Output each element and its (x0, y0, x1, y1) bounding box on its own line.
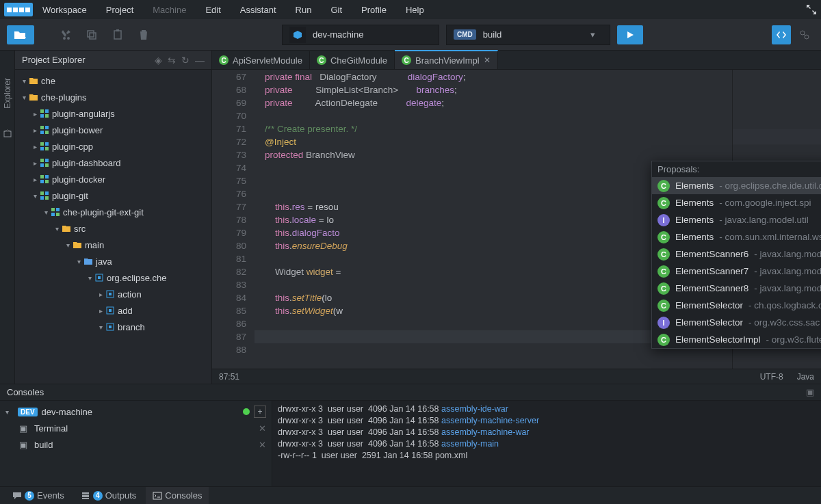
proposal-item[interactable]: IElementSelector - org.w3c.css.sac (652, 314, 821, 331)
svg-rect-19 (40, 159, 44, 162)
explorer-title: Project Explorer (22, 55, 149, 65)
tree-item[interactable]: ▾che-plugins (15, 89, 211, 105)
tree-item[interactable]: ▾java (15, 253, 211, 269)
editor-tab[interactable]: CApiServletModule (212, 51, 310, 69)
delete-icon[interactable] (134, 25, 153, 44)
menu-assistant[interactable]: Assistant (231, 5, 286, 15)
editor-tab[interactable]: CBranchViewImpl✕ (395, 50, 498, 69)
svg-rect-23 (40, 175, 44, 178)
bottom-tab-consoles[interactable]: Consoles (146, 487, 209, 505)
proposal-item[interactable]: CElements - com.google.inject.spi (652, 194, 821, 211)
console-output[interactable]: drwxr-xr-x 3 user user 4096 Jan 14 16:58… (272, 401, 821, 486)
close-tab-icon[interactable]: ✕ (484, 55, 491, 65)
close-console-icon[interactable]: ✕ (259, 423, 266, 434)
proposal-item[interactable]: IElements - javax.lang.model.util (652, 211, 821, 228)
proposal-item[interactable]: CElements - org.eclipse.che.ide.util.dom (652, 177, 821, 194)
svg-rect-20 (45, 159, 49, 162)
svg-rect-28 (45, 191, 49, 195)
svg-rect-17 (40, 147, 44, 150)
tree-item[interactable]: ▾main (15, 237, 211, 253)
refresh-icon[interactable]: ↻ (181, 55, 190, 66)
link-editor-icon[interactable]: ◈ (155, 55, 162, 66)
close-console-icon[interactable]: ✕ (259, 440, 266, 450)
tree-item[interactable]: ▾src (15, 220, 211, 237)
tree-item[interactable]: ▸add (15, 302, 211, 319)
menu-workspace[interactable]: Workspace (33, 5, 96, 15)
consoles-tree[interactable]: ▾DEVdev-machine+▣Terminal✕▣build✕ (0, 401, 272, 486)
run-button[interactable] (617, 25, 643, 44)
cursor-position: 87:51 (219, 372, 239, 382)
menu-git[interactable]: Git (321, 5, 352, 15)
machine-label: dev-machine (313, 29, 363, 40)
command-selector[interactable]: CMD build ▾ (446, 25, 610, 45)
proposal-item[interactable]: CElements - com.sun.xml.internal.ws.deve… (652, 228, 821, 246)
menu-profile[interactable]: Profile (352, 5, 396, 15)
tree-item[interactable]: ▸plugin-docker (15, 171, 211, 187)
minimize-icon[interactable]: — (195, 55, 205, 66)
svg-rect-7 (40, 109, 44, 113)
svg-rect-24 (45, 175, 49, 178)
rail-explorer-label[interactable]: Explorer (3, 78, 12, 109)
console-tree-item[interactable]: ▣build✕ (0, 436, 272, 453)
editor-tab[interactable]: CCheGitModule (310, 51, 395, 69)
menu-edit[interactable]: Edit (196, 5, 230, 15)
svg-rect-44 (82, 495, 89, 497)
add-console-icon[interactable]: + (254, 406, 266, 418)
tree-item[interactable]: ▾plugin-git (15, 187, 211, 204)
new-file-button[interactable] (7, 25, 34, 44)
paste-icon[interactable] (108, 25, 127, 44)
tree-item[interactable]: ▸action (15, 286, 211, 302)
svg-rect-43 (82, 492, 89, 494)
app-logo[interactable] (4, 3, 33, 16)
proposal-item[interactable]: CElementSelectorImpl - org.w3c.flute.par… (652, 331, 821, 348)
project-tree[interactable]: ▾che▾che-plugins▸plugin-angularjs▸plugin… (15, 70, 211, 384)
tree-item[interactable]: ▾che-plugin-git-ext-git (15, 204, 211, 220)
machine-selector[interactable]: dev-machine (282, 25, 439, 45)
cube-icon (289, 27, 306, 43)
proposal-item[interactable]: CElementScanner7 - javax.lang.model.util (652, 263, 821, 280)
cut-icon[interactable] (56, 25, 75, 44)
perspective-ops-button[interactable] (795, 25, 814, 44)
bottom-tab-events[interactable]: 5Events (5, 487, 71, 505)
copy-icon[interactable] (82, 25, 101, 44)
console-tree-item[interactable]: ▾DEVdev-machine+ (0, 403, 272, 420)
console-tree-item[interactable]: ▣Terminal✕ (0, 420, 272, 436)
menu-machine[interactable]: Machine (143, 5, 196, 15)
left-rail: Explorer (0, 51, 15, 384)
svg-rect-45 (82, 498, 89, 499)
svg-rect-22 (45, 163, 49, 167)
svg-rect-8 (45, 109, 49, 113)
tree-item[interactable]: ▾che (15, 72, 211, 89)
tree-item[interactable]: ▾org.eclipse.che (15, 269, 211, 286)
svg-rect-26 (45, 180, 49, 183)
tree-item[interactable]: ▾branch (15, 319, 211, 335)
tree-item[interactable]: ▸plugin-angularjs (15, 105, 211, 122)
svg-rect-3 (116, 29, 119, 31)
rail-icon[interactable] (3, 129, 12, 137)
consoles-toggle-icon[interactable]: ▣ (806, 387, 814, 397)
svg-rect-27 (40, 191, 44, 195)
svg-rect-11 (40, 126, 44, 129)
menu-run[interactable]: Run (286, 5, 322, 15)
proposal-item[interactable]: CElementScanner6 - javax.lang.model.util (652, 246, 821, 263)
toolbar: dev-machine CMD build ▾ (0, 19, 821, 51)
svg-rect-12 (45, 126, 49, 129)
bottom-tab-outputs[interactable]: 4Outputs (74, 487, 144, 505)
svg-rect-10 (45, 114, 49, 118)
project-explorer: Project Explorer ◈ ⇆ ↻ — ▾che▾che-plugin… (15, 51, 212, 384)
fullscreen-icon[interactable] (806, 4, 817, 15)
menu-project[interactable]: Project (96, 5, 143, 15)
code-completion-popup[interactable]: Proposals: CElements - org.eclipse.che.i… (651, 161, 821, 349)
file-encoding: UTF-8 (760, 372, 783, 382)
code-editor[interactable]: 6768697071727374757677787980818283848586… (212, 70, 821, 369)
collapse-icon[interactable]: ⇆ (168, 55, 176, 66)
svg-rect-30 (45, 196, 49, 200)
tree-item[interactable]: ▸plugin-bower (15, 122, 211, 138)
tree-item[interactable]: ▸plugin-dashboard (15, 155, 211, 171)
explorer-header: Project Explorer ◈ ⇆ ↻ — (15, 51, 211, 70)
tree-item[interactable]: ▸plugin-cpp (15, 138, 211, 155)
proposal-item[interactable]: CElementSelector - ch.qos.logback.core.j… (652, 297, 821, 314)
perspective-code-button[interactable] (772, 25, 791, 44)
menu-help[interactable]: Help (396, 5, 434, 15)
proposal-item[interactable]: CElementScanner8 - javax.lang.model.util (652, 280, 821, 297)
